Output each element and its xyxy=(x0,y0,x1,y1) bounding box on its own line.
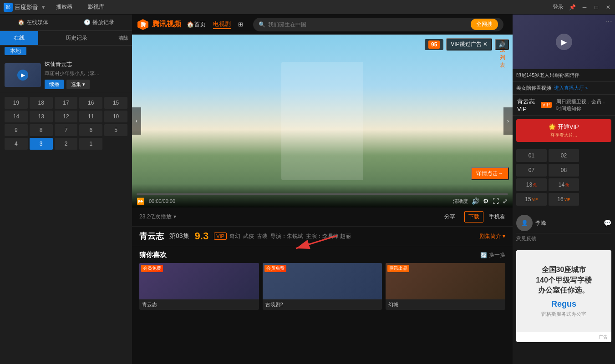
video-thumbnail: ▶ xyxy=(5,63,41,87)
refresh-label: 换一换 xyxy=(489,251,505,259)
nav-arrow-right[interactable]: › xyxy=(503,107,513,135)
ep-r-07[interactable]: 07 xyxy=(516,164,547,177)
rec-title-0: 青云志 xyxy=(139,299,259,310)
rs-play-btn[interactable]: ▶ xyxy=(556,34,572,50)
ep-r-14[interactable]: 14 xyxy=(549,178,579,191)
settings-btn[interactable]: ⚙ xyxy=(483,197,489,205)
maximize-btn[interactable]: □ xyxy=(593,4,600,10)
local-btn[interactable]: 本地 xyxy=(5,47,26,55)
view-count[interactable]: 23.2亿次播放 ▾ xyxy=(139,213,176,221)
progress-bar[interactable] xyxy=(137,193,508,195)
ep-1[interactable]: 1 xyxy=(79,138,102,150)
expand-btn[interactable]: ⤢ xyxy=(503,197,508,205)
mobile-btn[interactable]: 手机看 xyxy=(489,213,505,221)
nav-history[interactable]: 历史记录 xyxy=(38,31,115,45)
tencent-nav: 🏠首页 电视剧 ⊞ xyxy=(187,20,243,29)
nav-clear[interactable]: 清除 xyxy=(115,31,132,45)
logo-dropdown[interactable]: ▾ xyxy=(42,4,45,10)
ep-grid-right: 01 02 07 08 13 14 15 16 xyxy=(513,146,615,209)
tag-costume: 古装 xyxy=(257,233,268,240)
refresh-btn[interactable]: 🔄 换一换 xyxy=(480,251,505,259)
ep-3[interactable]: 3 xyxy=(30,138,53,150)
search-icon: 🔍 xyxy=(259,21,265,28)
ad-label: 广告 xyxy=(516,332,611,342)
rec-item-1[interactable]: 会员免费 古装剧2 xyxy=(263,263,382,310)
nav-tv[interactable]: 电视剧 xyxy=(213,20,231,29)
tab-online-media[interactable]: 🏠 在线媒体 xyxy=(0,15,66,30)
ad-tagline: 雷格斯服务式办公室 xyxy=(541,311,586,318)
ep-r-16[interactable]: 16 xyxy=(549,193,579,206)
episode-btn[interactable]: 选集 ▾ xyxy=(66,80,90,89)
tab-play-history[interactable]: 🕐 播放记录 xyxy=(66,15,132,30)
search-button[interactable]: 全网搜 xyxy=(471,19,498,30)
ep-18[interactable]: 18 xyxy=(30,97,53,109)
rec-item-0[interactable]: 会员免费 青云志 xyxy=(139,263,259,310)
close-btn[interactable]: ✕ xyxy=(605,4,611,10)
download-btn[interactable]: 下载 xyxy=(464,211,483,222)
recommend-header: 猜你喜欢 🔄 换一换 xyxy=(139,251,505,259)
ep-r-13[interactable]: 13 xyxy=(516,178,547,191)
recommend-grid: 会员免费 青云志 会员免费 古装剧2 腾讯出品 幻城 xyxy=(139,263,505,310)
ep-12[interactable]: 12 xyxy=(55,111,78,122)
nav-library[interactable]: 影视库 xyxy=(81,1,112,13)
play-btn[interactable]: ⏩ xyxy=(137,197,144,205)
ep-r-01[interactable]: 01 xyxy=(516,149,547,162)
titlebar: 影 百度影音 ▾ 播放器 影视库 登录 📌 ─ □ ✕ xyxy=(0,0,615,15)
ep-15[interactable]: 15 xyxy=(104,97,127,109)
login-btn[interactable]: 登录 xyxy=(553,3,564,11)
nav-online[interactable]: 在线 xyxy=(0,31,38,45)
show-episode: 第03集 xyxy=(169,232,189,240)
ep-13[interactable]: 13 xyxy=(30,111,53,122)
ep-11[interactable]: 11 xyxy=(79,111,102,122)
volume-ctrl[interactable]: 🔊 xyxy=(472,197,479,205)
ep-6[interactable]: 6 xyxy=(79,124,102,136)
ep-r-02[interactable]: 02 xyxy=(549,149,579,162)
nav-home[interactable]: 🏠首页 xyxy=(187,20,206,29)
video-subtitle: 草庙村少年张小凡（李… xyxy=(45,70,127,77)
rec-badge-2: 腾讯出品 xyxy=(387,265,409,272)
actor-avatar: 👤 xyxy=(516,215,533,231)
pin-btn[interactable]: 📌 xyxy=(569,4,576,10)
ep-19[interactable]: 19 xyxy=(5,97,28,109)
clarity-btn[interactable]: 清晰度 xyxy=(453,198,468,205)
ep-16[interactable]: 16 xyxy=(79,97,102,109)
right-sidebar: ▶ ⋯ 印尼145岁老人只剩孙墓陪伴 美女陪你看视频 进入直播大厅＞ 青云志 V… xyxy=(513,15,615,364)
share-btn[interactable]: 分享 xyxy=(441,212,459,222)
actor-item: 👤 李峰 💬 xyxy=(516,213,611,233)
ep-17[interactable]: 17 xyxy=(55,97,78,109)
ep-2[interactable]: 2 xyxy=(55,138,78,150)
rs-live-text: 美女陪你看视频 xyxy=(516,85,551,91)
volume-btn[interactable]: 🔊 xyxy=(495,39,509,50)
ep-r-08[interactable]: 08 xyxy=(549,164,579,177)
ep-10[interactable]: 10 xyxy=(104,111,127,122)
tag-vip: VIP xyxy=(214,233,227,240)
ep-14[interactable]: 14 xyxy=(5,111,28,122)
summary-btn-area: 剧集简介 ▾ xyxy=(479,233,505,240)
ep-8[interactable]: 8 xyxy=(30,124,53,136)
nav-player[interactable]: 播放器 xyxy=(49,1,80,13)
vip-skip-btn[interactable]: VIP跳过广告 ✕ xyxy=(446,38,492,51)
ep-9[interactable]: 9 xyxy=(5,124,28,136)
rec-item-2[interactable]: 腾讯出品 幻城 xyxy=(386,263,505,310)
nav-clear-label: 清除 xyxy=(118,35,128,41)
summary-btn[interactable]: 剧集简介 ▾ xyxy=(479,233,505,239)
ep-5[interactable]: 5 xyxy=(104,124,127,136)
ep-4[interactable]: 4 xyxy=(5,138,28,150)
minimize-btn[interactable]: ─ xyxy=(581,4,588,10)
detail-btn[interactable]: 详情点击→ xyxy=(471,167,509,180)
nav-grid[interactable]: ⊞ xyxy=(238,21,243,28)
chat-icon[interactable]: 💬 xyxy=(604,219,611,227)
ep-r-15[interactable]: 15 xyxy=(516,193,547,206)
below-video: 23.2亿次播放 ▾ 分享 下载 手机看 xyxy=(132,207,513,227)
vip-btn[interactable]: 🌟 开通VIP 尊享看大片... xyxy=(516,119,611,142)
fullscreen-btn[interactable]: ⛶ xyxy=(493,197,499,205)
search-input[interactable] xyxy=(268,21,471,28)
vip-sub: 尊享看大片... xyxy=(520,132,608,138)
vip-btn-label: 🌟 开通VIP xyxy=(549,123,579,130)
ep-7[interactable]: 7 xyxy=(55,124,78,136)
nav-arrow-left[interactable]: ‹ xyxy=(132,107,141,135)
rs-dots[interactable]: ⋯ xyxy=(605,17,612,26)
continue-btn[interactable]: 续播 xyxy=(45,80,64,89)
rs-live-link[interactable]: 进入直播大厅＞ xyxy=(554,85,589,91)
ep-notice: 周日跟播卫视，会员... 时间通知你 xyxy=(556,98,610,112)
